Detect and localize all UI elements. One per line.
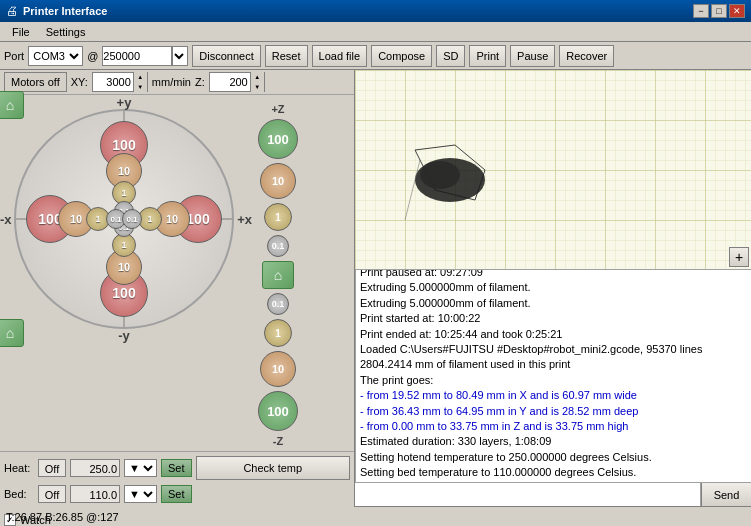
menu-settings[interactable]: Settings xyxy=(38,24,94,40)
minimize-button[interactable]: − xyxy=(693,4,709,18)
window-title: Printer Interface xyxy=(23,5,693,17)
compose-button[interactable]: Compose xyxy=(371,45,432,67)
send-input[interactable] xyxy=(355,483,701,506)
mm-min-label: mm/min xyxy=(152,76,191,88)
preview-svg xyxy=(355,70,751,269)
plus-y-label: +y xyxy=(117,95,132,110)
z-plus-01-button[interactable]: 0.1 xyxy=(267,235,289,257)
z-plus-1-button[interactable]: 1 xyxy=(264,203,292,231)
svg-point-11 xyxy=(420,161,460,189)
log-line: Extruding 5.000000mm of filament. xyxy=(360,296,747,311)
recover-button[interactable]: Recover xyxy=(559,45,614,67)
jog-circle-container: 100 100 100 100 10 10 10 10 1 1 1 1 0.1 xyxy=(4,99,244,339)
left-panel: Motors off XY: ▲ ▼ mm/min Z: ▲ ▼ xyxy=(0,70,355,506)
title-bar: 🖨 Printer Interface − □ ✕ xyxy=(0,0,751,22)
z-plus-10-button[interactable]: 10 xyxy=(260,163,296,199)
xy-speed-value[interactable] xyxy=(93,73,133,91)
log-line: - from 36.43 mm to 64.95 mm in Y and is … xyxy=(360,404,747,419)
disconnect-button[interactable]: Disconnect xyxy=(192,45,260,67)
send-button[interactable]: Send xyxy=(701,483,751,506)
plus-x-label: +x xyxy=(237,212,252,227)
status-text: T:26.87 B:26.85 @:127 xyxy=(6,511,119,523)
bed-select[interactable]: ▼ xyxy=(124,485,157,503)
preview-area: + xyxy=(355,70,751,270)
z-speed-input[interactable]: ▲ ▼ xyxy=(209,72,265,92)
log-line: Extruding 5.000000mm of filament. xyxy=(360,280,747,295)
bed-row: Bed: Off 110.0 ▼ Set xyxy=(4,482,350,506)
log-line: Print ended at: 10:25:44 and took 0:25:2… xyxy=(360,327,747,342)
maximize-button[interactable]: □ xyxy=(711,4,727,18)
jog-area: 100 100 100 100 10 10 10 10 1 1 1 1 0.1 xyxy=(0,95,354,451)
home-x-button[interactable]: ⌂ xyxy=(0,319,24,347)
z-plus-100-button[interactable]: 100 xyxy=(258,119,298,159)
z-minus-01-button[interactable]: 0.1 xyxy=(267,293,289,315)
log-line: The print goes: xyxy=(360,373,747,388)
port-label: Port xyxy=(4,50,24,62)
xy-label: XY: xyxy=(71,76,88,88)
log-line: Setting hotend temperature to 250.000000… xyxy=(360,450,747,465)
log-line: Estimated duration: 330 layers, 1:08:09 xyxy=(360,434,747,449)
toolbar: Port COM3 @ Disconnect Reset Load file C… xyxy=(0,42,751,70)
xy-speed-up[interactable]: ▲ xyxy=(134,72,147,82)
title-bar-buttons: − □ ✕ xyxy=(693,4,745,18)
z-speed-down[interactable]: ▼ xyxy=(251,82,264,92)
baud-select[interactable] xyxy=(172,46,188,66)
heat-set-button[interactable]: Set xyxy=(161,459,192,477)
pause-button[interactable]: Pause xyxy=(510,45,555,67)
svg-rect-9 xyxy=(355,70,751,269)
at-label: @ xyxy=(87,50,98,62)
log-line: Print started at: 10:00:22 xyxy=(360,311,747,326)
check-temp-button[interactable]: Check temp xyxy=(196,456,350,480)
bed-label: Bed: xyxy=(4,488,34,500)
minus-x-label: -x xyxy=(0,212,12,227)
xy-speed-input[interactable]: ▲ ▼ xyxy=(92,72,148,92)
baud-input[interactable] xyxy=(102,46,172,66)
heat-value: 250.0 xyxy=(70,459,120,477)
close-button[interactable]: ✕ xyxy=(729,4,745,18)
motors-off-button[interactable]: Motors off xyxy=(4,72,67,92)
main-area: Motors off XY: ▲ ▼ mm/min Z: ▲ ▼ xyxy=(0,70,751,506)
z-label: Z: xyxy=(195,76,205,88)
z-speed-up[interactable]: ▲ xyxy=(251,72,264,82)
log-panel: Print paused at: 09:27:09Extruding 5.000… xyxy=(355,270,751,482)
reset-button[interactable]: Reset xyxy=(265,45,308,67)
xy-speed-down[interactable]: ▼ xyxy=(134,82,147,92)
port-select[interactable]: COM3 xyxy=(28,46,83,66)
z-speed-arrows: ▲ ▼ xyxy=(250,72,264,92)
motors-row: Motors off XY: ▲ ▼ mm/min Z: ▲ ▼ xyxy=(0,70,354,95)
log-line: Setting bed temperature to 110.000000 de… xyxy=(360,465,747,480)
log-line: Loaded C:\Users#FUJITSU #Desktop#robot_m… xyxy=(360,342,747,357)
z-minus-10-button[interactable]: 10 xyxy=(260,351,296,387)
heat-select[interactable]: ▼ xyxy=(124,459,157,477)
plus-z-label: +Z xyxy=(271,103,284,115)
heat-row: Heat: Off 250.0 ▼ Set Check temp xyxy=(4,456,350,480)
home-xy-button[interactable]: ⌂ xyxy=(0,91,24,119)
jog-01-button-right[interactable]: 0.1 xyxy=(122,209,142,229)
right-panel: + Print paused at: 09:27:09Extruding 5.0… xyxy=(355,70,751,506)
z-minus-100-button[interactable]: 100 xyxy=(258,391,298,431)
sd-button[interactable]: SD xyxy=(436,45,465,67)
log-line: - from 19.52 mm to 80.49 mm in X and is … xyxy=(360,388,747,403)
send-row: Send xyxy=(355,482,751,506)
bed-set-button[interactable]: Set xyxy=(161,485,192,503)
heat-status: Off xyxy=(38,459,66,477)
load-file-button[interactable]: Load file xyxy=(312,45,368,67)
heat-label: Heat: xyxy=(4,462,34,474)
z-home-button[interactable]: ⌂ xyxy=(262,261,294,289)
app-icon: 🖨 xyxy=(6,4,18,18)
z-speed-value[interactable] xyxy=(210,73,250,91)
print-button[interactable]: Print xyxy=(469,45,506,67)
z-panel: +Z 100 10 1 0.1 ⌂ 0.1 1 10 100 -Z xyxy=(248,99,308,447)
menu-bar: File Settings xyxy=(0,22,751,42)
log-line: 2804.2414 mm of filament used in this pr… xyxy=(360,357,747,372)
z-minus-1-button[interactable]: 1 xyxy=(264,319,292,347)
log-line: - from 0.00 mm to 33.75 mm in Z and is 3… xyxy=(360,419,747,434)
minus-y-label: -y xyxy=(118,328,130,343)
heat-panel: Heat: Off 250.0 ▼ Set Check temp Bed: Of… xyxy=(0,451,354,512)
log-line: Print paused at: 09:27:09 xyxy=(360,270,747,280)
bed-value: 110.0 xyxy=(70,485,120,503)
menu-file[interactable]: File xyxy=(4,24,38,40)
minus-z-label: -Z xyxy=(273,435,283,447)
bed-status: Off xyxy=(38,485,66,503)
add-button[interactable]: + xyxy=(729,247,749,267)
